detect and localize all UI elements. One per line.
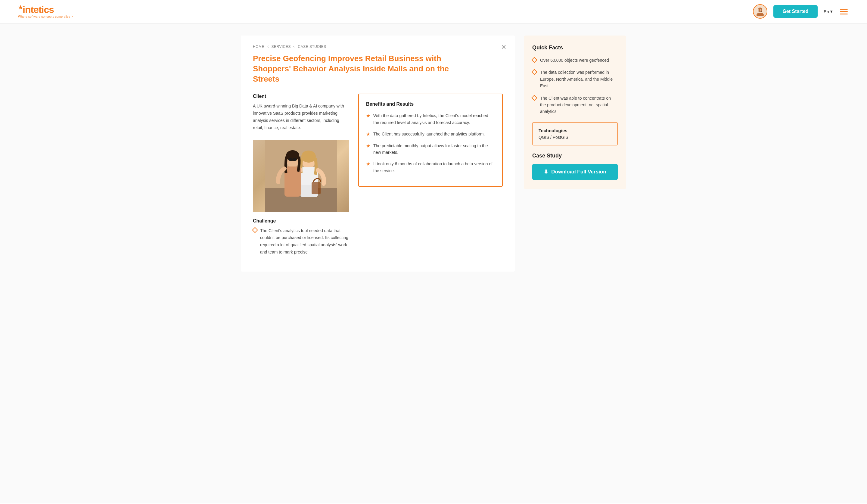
svg-point-1 <box>757 13 764 16</box>
challenge-title: Challenge <box>253 218 349 224</box>
hamburger-menu[interactable] <box>839 8 849 16</box>
client-description: A UK award-winning Big Data & AI company… <box>253 103 349 131</box>
page-background: HOME < SERVICES < CASE STUDIES ✕ Precise… <box>0 23 867 503</box>
user-avatar[interactable] <box>753 4 767 19</box>
sidebar: Quick Facts Over 60,000 objects were geo… <box>524 35 626 189</box>
quick-fact-1: Over 60,000 objects were geofenced <box>532 57 618 64</box>
case-study-title: Case Study <box>532 153 618 159</box>
logo-tagline: Where software concepts come alive™ <box>18 15 74 18</box>
quick-fact-diamond-2 <box>531 69 537 75</box>
quick-fact-text-3: The Client was able to concentrate on th… <box>540 95 618 115</box>
svg-rect-19 <box>312 182 321 194</box>
tech-value: QGIS / PostGIS <box>538 135 611 140</box>
hamburger-line-3 <box>840 13 848 14</box>
benefit-star-icon-2: ★ <box>366 131 370 137</box>
benefit-text-1: With the data gathered by Intetics, the … <box>373 112 495 126</box>
svg-point-16 <box>288 158 292 161</box>
benefit-item-1: ★ With the data gathered by Intetics, th… <box>366 112 495 126</box>
client-section-title: Client <box>253 94 349 99</box>
tech-title: Technologies <box>538 128 611 133</box>
get-started-button[interactable]: Get Started <box>773 5 817 18</box>
language-selector[interactable]: En ▾ <box>824 9 833 14</box>
quick-fact-3: The Client was able to concentrate on th… <box>532 95 618 115</box>
svg-point-10 <box>301 151 316 163</box>
close-button[interactable]: ✕ <box>501 44 506 51</box>
breadcrumb: HOME < SERVICES < CASE STUDIES <box>253 45 503 49</box>
svg-point-15 <box>286 150 299 161</box>
challenge-text: The Client's analytics tool needed data … <box>260 227 349 256</box>
client-image <box>253 140 349 212</box>
benefit-star-icon-1: ★ <box>366 113 370 119</box>
main-panel: HOME < SERVICES < CASE STUDIES ✕ Precise… <box>241 35 515 271</box>
hamburger-line-1 <box>840 9 848 10</box>
page-title: Precise Geofencing Improves Retail Busin… <box>253 54 465 84</box>
lang-label: En <box>824 9 829 14</box>
benefit-item-2: ★ The Client has successfully launched t… <box>366 131 495 137</box>
quick-fact-diamond-3 <box>531 95 537 101</box>
logo-star: ★ <box>18 4 23 11</box>
main-header: ★intetics Where software concepts come a… <box>0 0 867 23</box>
challenge-diamond-icon <box>252 227 258 233</box>
challenge-section: Challenge The Client's analytics tool ne… <box>253 218 349 256</box>
quick-fact-text-1: Over 60,000 objects were geofenced <box>540 57 609 64</box>
quick-fact-2: The data collection was performed in Eur… <box>532 69 618 89</box>
benefit-text-4: It took only 6 months of collaboration t… <box>373 160 495 174</box>
technologies-box: Technologies QGIS / PostGIS <box>532 122 618 146</box>
breadcrumb-case-studies[interactable]: CASE STUDIES <box>298 45 326 49</box>
quick-fact-diamond-1 <box>531 57 537 63</box>
challenge-item: The Client's analytics tool needed data … <box>253 227 349 256</box>
quick-fact-text-2: The data collection was performed in Eur… <box>540 69 618 89</box>
download-full-version-button[interactable]: ⬇ Download Full Version <box>532 164 618 180</box>
content-grid: Client A UK award-winning Big Data & AI … <box>253 94 503 259</box>
breadcrumb-sep-1: < <box>267 45 269 49</box>
quick-facts-title: Quick Facts <box>532 45 618 51</box>
benefits-box: Benefits and Results ★ With the data gat… <box>358 94 503 187</box>
benefit-text-2: The Client has successfully launched the… <box>373 131 485 137</box>
breadcrumb-home[interactable]: HOME <box>253 45 264 49</box>
benefit-star-icon-3: ★ <box>366 143 370 149</box>
left-column: Client A UK award-winning Big Data & AI … <box>253 94 349 259</box>
svg-point-17 <box>292 158 297 161</box>
download-label: Download Full Version <box>551 169 606 175</box>
header-right: Get Started En ▾ <box>753 4 849 19</box>
benefits-title: Benefits and Results <box>366 101 495 107</box>
logo[interactable]: ★intetics Where software concepts come a… <box>18 5 74 18</box>
download-icon: ⬇ <box>544 169 548 175</box>
benefit-text-3: The predictable monthly output allows fo… <box>373 142 495 156</box>
logo-text: ★intetics <box>18 5 74 14</box>
lang-chevron: ▾ <box>830 9 833 14</box>
content-wrapper: HOME < SERVICES < CASE STUDIES ✕ Precise… <box>226 30 641 278</box>
benefit-item-3: ★ The predictable monthly output allows … <box>366 142 495 156</box>
benefit-star-icon-4: ★ <box>366 161 370 167</box>
hamburger-line-2 <box>840 11 848 12</box>
benefit-item-4: ★ It took only 6 months of collaboration… <box>366 160 495 174</box>
breadcrumb-services[interactable]: SERVICES <box>271 45 291 49</box>
breadcrumb-sep-2: < <box>293 45 296 49</box>
